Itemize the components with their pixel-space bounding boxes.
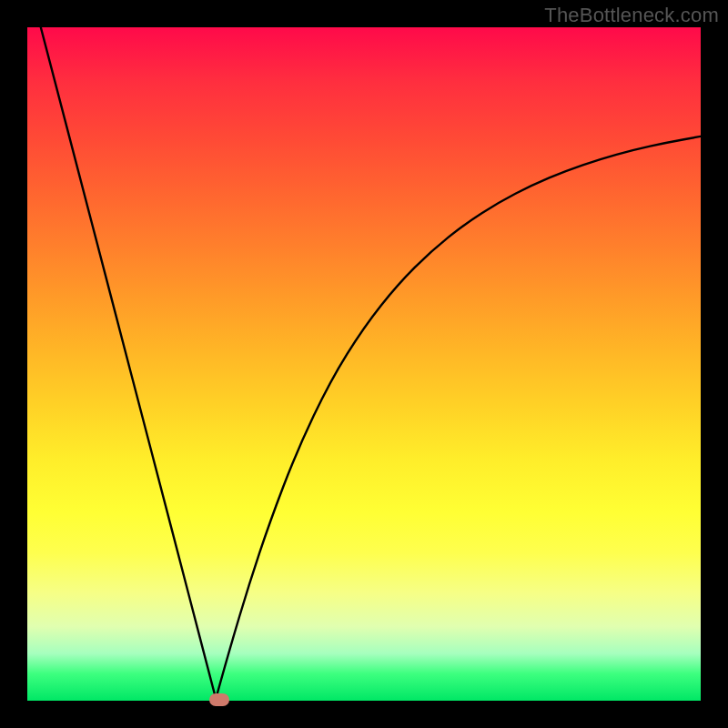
optimal-marker — [209, 693, 229, 706]
bottleneck-curve — [27, 27, 701, 701]
plot-area — [27, 27, 701, 701]
chart-stage: TheBottleneck.com — [0, 0, 728, 728]
watermark-text: TheBottleneck.com — [544, 4, 719, 27]
